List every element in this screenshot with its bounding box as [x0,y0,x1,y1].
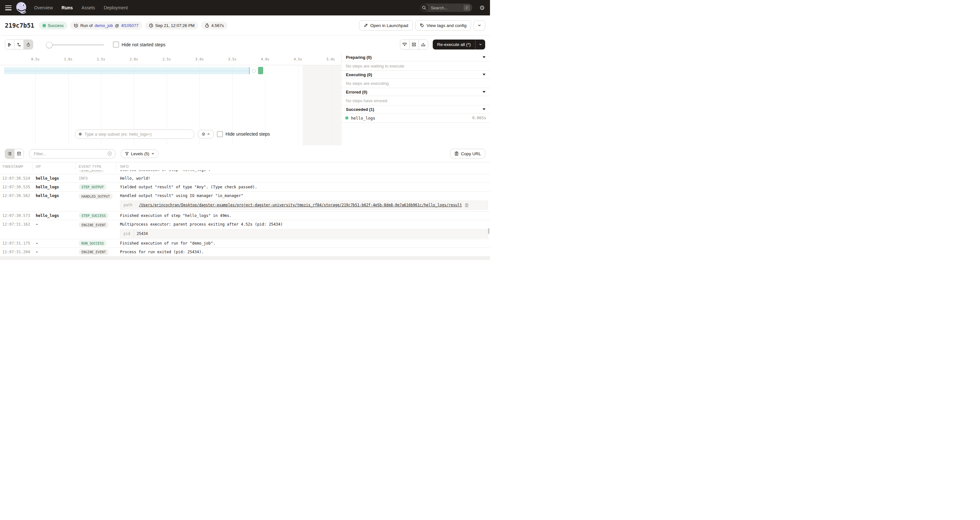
gantt-section: 0.5s 1.0s 1.5s 2.0s 2.5s 3.0s 3.5s 4.0s … [0,53,490,146]
pencil-icon [364,23,368,28]
log-list-view-icon[interactable] [5,149,14,159]
commit-link[interactable]: 4f105077 [121,23,138,28]
gantt-view-mode-toggle [5,40,33,49]
log-row-step-output[interactable]: 12:07:30.535 hello_logs STEP_OUTPUT Yiel… [0,183,490,192]
step-success-dot-icon [345,116,348,120]
duration-pill: 4.567s [201,22,228,30]
executing-empty-text: No steps are executing [341,79,490,88]
section-executing[interactable]: Executing (0) [341,71,490,79]
log-filter-box[interactable] [29,149,116,159]
nav-item-overview[interactable]: Overview [34,5,53,10]
view-timed-icon[interactable] [24,40,33,49]
levels-filter-button[interactable]: Levels (5) [121,149,159,158]
path-link[interactable]: /Users/erincochran/Desktop/dagster-examp… [139,203,462,207]
event-type-badge: ENGINE_EVENT [79,222,108,228]
view-tags-config-button[interactable]: View tags and config [415,20,471,30]
funnel-icon [125,152,129,156]
log-row-engine-event[interactable]: 12:07:31.162 - ENGINE_EVENT Multiprocess… [0,220,490,239]
log-row-step-success[interactable]: 12:07:30.573 hello_logs STEP_SUCCESS Fin… [0,211,490,220]
copy-path-icon[interactable] [465,203,469,207]
log-row-run-success[interactable]: 12:07:31.175 - RUN_SUCCESS Finished exec… [0,239,490,248]
log-structured-view-icon[interactable] [14,149,24,159]
section-preparing[interactable]: Preparing (0) [341,53,490,61]
zoom-slider-knob[interactable] [46,42,52,48]
metadata-pid-box: pid 25434 [120,229,488,238]
section-errored[interactable]: Errored (0) [341,88,490,96]
horizontal-scrollbar-track[interactable] [0,257,490,260]
clear-filter-icon[interactable] [107,151,112,156]
nav-links: Overview Runs Assets Deployment [34,5,128,10]
zoom-slider[interactable] [46,41,104,48]
job-link[interactable]: demo_job [95,23,113,28]
step-status-panel: Preparing (0) No steps are waiting to ex… [341,53,490,145]
panel-split-icon[interactable] [410,40,419,49]
log-filter-input[interactable] [33,151,107,157]
step-subset-input[interactable] [84,132,191,137]
hamburger-menu-icon[interactable] [5,5,11,10]
nav-item-deployment[interactable]: Deployment [103,5,128,10]
event-type-badge: STEP_OUTPUT [79,184,107,190]
succeeded-step-row[interactable]: hello_logs 0.065s [341,113,490,123]
gantt-chart: 0.5s 1.0s 1.5s 2.0s 2.5s 3.0s 3.5s 4.0s … [0,53,341,145]
run-of-pill: Run of demo_job @ 4f105077 [70,22,142,30]
event-type-badge: RUN_SUCCESS [79,240,107,246]
axis-tick: 2.5s [162,57,171,61]
log-row-info[interactable]: 12:07:30.524 hello_logs INFO Hello, worl… [0,174,490,183]
search-box[interactable]: / [420,3,472,12]
tag-icon [420,23,424,28]
axis-tick: 0.5s [31,57,40,61]
log-row-handled-output[interactable]: 12:07:30.562 hello_logs HANDLED_OUTPUT H… [0,192,490,211]
axis-tick: 1.5s [97,57,105,61]
event-type-badge: STEP_START [79,170,104,173]
axis-tick: 4.0s [261,57,270,61]
caret-down-icon [483,74,485,76]
event-type-label: INFO [79,176,88,181]
view-waterfall-icon[interactable] [14,40,24,49]
history-icon [74,23,78,28]
log-row-step-start[interactable]: STEP_START Started execution of step "he… [0,170,490,174]
gantt-step-bar-hello-logs[interactable] [258,67,263,74]
axis-tick: 1.0s [64,57,73,61]
view-flat-icon[interactable] [5,40,14,49]
log-row-engine-event-exit[interactable]: 12:07:31.204 - ENGINE_EVENT Process for … [0,248,490,257]
hide-not-started-checkbox[interactable] [113,41,119,48]
hide-not-started-label: Hide not started steps [122,42,165,47]
metadata-path-box: path /Users/erincochran/Desktop/dagster-… [120,201,488,209]
open-in-launchpad-button[interactable]: Open in Launchpad [359,20,413,30]
panel-collapse-up-icon[interactable] [419,40,428,49]
axis-tick: 2.0s [130,57,138,61]
step-subset-box[interactable]: ✻ [75,130,194,139]
section-succeeded[interactable]: Succeeded (1) [341,105,490,113]
reexecute-dropdown-button[interactable] [476,43,485,46]
preparing-empty-text: No steps are waiting to execute [341,61,490,71]
col-header-info: INFO [116,165,490,168]
log-toolbar: Levels (5) Copy URL [0,145,490,162]
panel-collapse-down-icon[interactable] [400,40,410,49]
start-time-pill: Sep 21, 12:07:26 PM [145,22,198,30]
graph-query-toggle-button[interactable] [198,130,214,138]
run-actions-dropdown-button[interactable] [474,20,485,30]
event-type-badge: STEP_SUCCESS [79,213,108,219]
status-dot-icon [43,24,46,27]
nav-item-runs[interactable]: Runs [62,5,73,10]
zoom-slider-track[interactable] [46,44,104,46]
chevron-down-icon [479,43,482,46]
dagster-logo-icon[interactable] [15,1,28,14]
hide-unselected-checkbox[interactable] [217,131,223,137]
gantt-step-marker-icon[interactable] [252,69,256,73]
gantt-after-run-shade [303,65,341,145]
log-table-rows: STEP_START Started execution of step "he… [0,170,490,257]
panel-layout-toggle [400,40,428,49]
axis-tick: 3.5s [228,57,237,61]
log-scrollbar-thumb[interactable] [488,228,489,234]
gear-icon[interactable]: ⚙ [479,5,485,11]
status-badge: Success [39,22,67,30]
clipboard-icon [454,151,459,156]
search-input[interactable] [430,5,459,11]
reexecute-all-button[interactable]: Re-execute all (*) [433,42,475,47]
hide-unselected-label: Hide unselected steps [226,132,270,136]
search-icon [420,3,428,12]
copy-url-button[interactable]: Copy URL [450,149,485,159]
axis-tick: 5.0s [326,57,335,61]
nav-item-assets[interactable]: Assets [81,5,95,10]
